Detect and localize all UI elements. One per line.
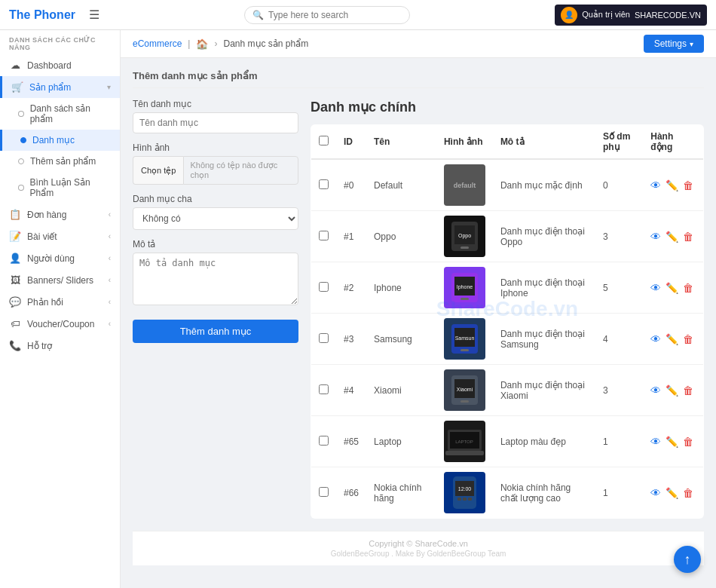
row-checkbox[interactable] [319,231,329,240]
admin-badge: 👤 Quản trị viên SHARECODE.VN [555,5,707,26]
row-actions: 👁 ✏️ 🗑 [643,467,703,519]
edit-icon[interactable]: ✏️ [666,384,678,397]
sidebar-item-san-pham[interactable]: 🛒 Sản phẩm ▾ [0,76,120,98]
row-actions: 👁 ✏️ 🗑 [643,416,703,467]
chevron-bai-viet: ‹ [109,232,111,240]
delete-icon[interactable]: 🗑 [683,333,693,345]
row-name: Xiaomi [366,365,436,416]
table-row: #1 Oppo Oppo Danh mục điện thoại Oppo 3 … [311,211,704,262]
row-checkbox[interactable] [319,384,329,394]
sidebar-item-danh-muc[interactable]: Danh mục [0,130,120,151]
parent-select[interactable]: Không có Default Oppo Iphone Samsung Xia… [133,207,298,230]
table-panel: ShareCode.vn Danh mục chính ID Tên Hình … [311,99,704,519]
hamburger-icon[interactable]: ☰ [89,8,99,22]
delete-icon[interactable]: 🗑 [683,282,693,294]
sidebar-label-danh-sach: Danh sách sản phẩm [30,103,111,124]
table-row: #2 Iphone Iphone Danh mục điện thoại Iph… [311,262,704,314]
sidebar-item-nguoi-dung[interactable]: 👤 Người dùng ‹ [0,247,120,269]
dot-icon-binh-luan [18,185,24,191]
row-actions: 👁 ✏️ 🗑 [643,159,703,211]
view-icon[interactable]: 👁 [650,231,661,243]
submit-button[interactable]: Thêm danh mục [133,320,298,343]
view-icon[interactable]: 👁 [650,487,661,499]
dot-icon-danh-muc [20,137,26,143]
th-id: ID [336,125,366,160]
form-group-name: Tên danh mục [133,99,298,133]
sidebar-item-banners[interactable]: 🖼 Banners/ Sliders ‹ [0,269,120,291]
table-row: #4 Xiaomi Xiaomi Danh mục điện thoại Xia… [311,365,704,416]
sidebar-label-binh-luan: Bình Luận Sản Phẩm [30,177,111,198]
select-all-checkbox[interactable] [319,136,329,145]
cart-icon: 🛒 [11,81,23,93]
row-sub-count: 3 [595,211,643,262]
choose-file-button[interactable]: Chọn tệp [133,156,183,185]
search-icon: 🔍 [252,10,264,20]
delete-icon[interactable]: 🗑 [683,231,693,243]
sidebar-item-danh-sach[interactable]: Danh sách sản phẩm [0,98,120,130]
form-group-parent: Danh mục cha Không có Default Oppo Iphon… [133,194,298,230]
fab-button[interactable]: ↑ [674,546,701,573]
view-icon[interactable]: 👁 [650,282,661,294]
order-icon: 📋 [9,209,21,220]
svg-rect-25 [445,451,484,455]
edit-icon[interactable]: ✏️ [666,179,678,191]
row-desc: Danh mục điện thoại Xiaomi [493,365,595,416]
view-icon[interactable]: 👁 [650,384,661,397]
sidebar-label-banners: Banners/ Sliders [27,275,93,286]
file-input-row: Chọn tệp Không có tệp nào được chọn [133,156,298,185]
row-id: #1 [336,211,366,262]
sidebar-item-phan-hoi[interactable]: 💬 Phản hồi ‹ [0,291,120,313]
view-icon[interactable]: 👁 [650,333,661,345]
breadcrumb-bar: eCommerce | 🏠 › Danh mục sản phẩm Settin… [121,30,716,58]
page-header: Thêm danh mục sản phẩm [133,70,704,88]
row-checkbox[interactable] [319,487,329,497]
edit-icon[interactable]: ✏️ [666,231,678,243]
form-panel: Tên danh mục Hình ảnh Chọn tệp Không có … [133,99,298,519]
sidebar-item-bai-viet[interactable]: 📝 Bài viết ‹ [0,225,120,247]
edit-icon[interactable]: ✏️ [666,436,678,448]
breadcrumb-ecommerce[interactable]: eCommerce [133,38,182,49]
row-checkbox-cell [311,159,337,211]
row-checkbox[interactable] [319,282,329,292]
chevron-don-hang: ‹ [109,210,111,219]
row-actions: 👁 ✏️ 🗑 [643,314,703,365]
app-logo: The Phoner [9,8,75,22]
row-checkbox[interactable] [319,436,329,446]
chevron-banners: ‹ [109,276,111,284]
sidebar-item-binh-luan[interactable]: Bình Luận Sản Phẩm [0,172,120,204]
row-checkbox[interactable] [319,333,329,343]
delete-icon[interactable]: 🗑 [683,179,693,191]
home-icon[interactable]: 🏠 [196,38,208,50]
svg-text:12:00: 12:00 [458,486,472,492]
sidebar-item-ho-tro[interactable]: 📞 Hỗ trợ [0,335,120,357]
sidebar-item-them-san-pham[interactable]: Thêm sản phẩm [0,151,120,172]
view-icon[interactable]: 👁 [650,436,661,448]
breadcrumb-sep2: › [214,38,217,49]
edit-icon[interactable]: ✏️ [666,487,678,499]
search-input[interactable] [268,10,402,20]
th-name: Tên [366,125,436,160]
sidebar-item-voucher[interactable]: 🏷 Voucher/Coupon ‹ [0,313,120,335]
settings-caret: ▾ [690,40,693,48]
table-row: #66 Nokia chính hãng 12:00 Nokia chính h… [311,467,704,519]
svg-rect-15 [461,349,469,351]
row-sub-count: 1 [595,416,643,467]
view-icon[interactable]: 👁 [650,179,661,191]
footer-sub: GoldenBeeGroup . Make By GoldenBeeGroup … [140,550,696,558]
delete-icon[interactable]: 🗑 [683,436,693,448]
svg-text:Samsun: Samsun [455,335,475,341]
settings-button[interactable]: Settings ▾ [644,35,704,53]
row-checkbox[interactable] [319,179,329,189]
sidebar-item-dashboard[interactable]: ☁ Dashboard [0,54,120,76]
footer: Copyright © ShareCode.vn GoldenBeeGroup … [133,531,704,565]
row-actions: 👁 ✏️ 🗑 [643,262,703,314]
edit-icon[interactable]: ✏️ [666,333,678,345]
name-input[interactable] [133,112,298,133]
delete-icon[interactable]: 🗑 [683,384,693,397]
sidebar-item-don-hang[interactable]: 📋 Đơn hàng ‹ [0,204,120,225]
table-row: #0 Default default Danh mục mặc định 0 👁… [311,159,704,211]
sharecode-badge: SHARECODE.VN [635,11,701,20]
desc-textarea[interactable] [133,253,298,305]
edit-icon[interactable]: ✏️ [666,282,678,294]
delete-icon[interactable]: 🗑 [683,487,693,499]
